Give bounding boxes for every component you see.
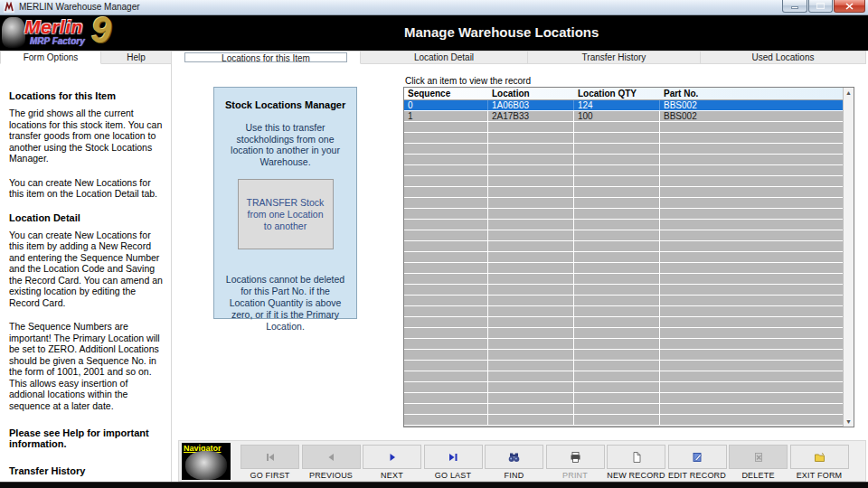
table-row-empty[interactable]: [404, 198, 843, 209]
find-binoculars-icon: [507, 451, 521, 464]
help-paragraph: The Sequence Numbers are important! The …: [9, 321, 163, 411]
table-row-empty[interactable]: [404, 415, 843, 426]
close-button[interactable]: [834, 0, 865, 13]
next-icon: [386, 451, 399, 464]
close-icon: [845, 3, 854, 10]
tab-transfer-history[interactable]: Transfer History: [528, 51, 701, 64]
header-band: Merlin MRP Factory 9 Manage Warehouse Lo…: [0, 15, 868, 51]
new-record-button[interactable]: [607, 445, 665, 469]
tab-location-detail[interactable]: Location Detail: [361, 51, 528, 64]
find-button[interactable]: [485, 445, 543, 469]
help-heading: Please see Help for important informatio…: [9, 427, 163, 449]
delete-icon: [752, 451, 765, 464]
table-row-empty[interactable]: [404, 155, 843, 165]
previous-icon: [325, 451, 337, 464]
help-paragraph: You can create New Locations for this it…: [9, 230, 163, 309]
table-row-selected[interactable]: 0 1A06B03 124 BBS002: [404, 100, 843, 111]
app-window: MERLIN Warehouse Manager Merlin MRP Fact…: [0, 0, 868, 488]
table-row-empty[interactable]: [404, 187, 843, 198]
column-header-location[interactable]: Location: [488, 88, 574, 99]
brand-name: Merlin: [24, 16, 83, 38]
navigator-bar: Navigator GO FIRST PREVIOUS: [178, 440, 866, 482]
maximize-button[interactable]: [808, 0, 833, 13]
table-row-empty[interactable]: [404, 296, 843, 306]
scroll-up-icon[interactable]: ▲: [844, 88, 854, 98]
table-row-empty[interactable]: [404, 252, 843, 263]
table-row-empty[interactable]: [404, 209, 843, 220]
table-row-empty[interactable]: [404, 404, 843, 415]
column-header-sequence[interactable]: Sequence: [404, 88, 488, 99]
grid-body: 0 1A06B03 124 BBS002 1 2A17B33 100 BBS00…: [404, 100, 843, 426]
exit-form-icon: [813, 451, 826, 464]
go-first-button[interactable]: [241, 445, 299, 469]
stock-manager-intro: Use this to transfer stockholdings from …: [222, 122, 349, 167]
navigator-wizard-image: [185, 451, 227, 480]
edit-record-button[interactable]: [668, 445, 727, 469]
help-heading: Location Detail: [9, 212, 163, 223]
next-button[interactable]: [363, 445, 421, 469]
grid-header-row: Sequence Location Location QTY Part No.: [404, 88, 843, 100]
merlin-wizard-logo-image: [2, 17, 25, 48]
scroll-down-icon[interactable]: ▼: [844, 417, 854, 427]
table-row-empty[interactable]: [404, 263, 843, 274]
table-row-empty[interactable]: [404, 144, 843, 155]
print-button[interactable]: [546, 445, 605, 469]
table-row-empty[interactable]: [404, 230, 843, 241]
table-row-empty[interactable]: [404, 382, 843, 393]
table-row-empty[interactable]: [404, 350, 843, 361]
minimize-button[interactable]: [782, 0, 807, 13]
column-header-part-no[interactable]: Part No.: [660, 88, 843, 99]
grid-scrollbar[interactable]: ▲ ▼: [843, 88, 854, 427]
table-row-empty[interactable]: [404, 339, 843, 350]
page-title: Manage Warehouse Locations: [404, 24, 599, 40]
brand-version: 9: [91, 10, 111, 51]
table-row-empty[interactable]: [404, 241, 843, 252]
help-paragraph: The grid shows all the current locations…: [9, 108, 163, 164]
brand-subtitle: MRP Factory: [30, 36, 85, 46]
edit-record-icon: [691, 451, 703, 464]
tab-help[interactable]: Help: [101, 51, 172, 64]
app-icon: [4, 2, 14, 13]
tab-bar: Form Options Help Locations for this Ite…: [0, 51, 866, 64]
help-text-panel: Locations for this Item The grid shows a…: [0, 64, 172, 482]
maximize-icon: [816, 3, 825, 9]
table-row-empty[interactable]: [404, 306, 843, 317]
exit-form-button[interactable]: [790, 445, 849, 469]
table-row-empty[interactable]: [404, 317, 843, 328]
locations-grid: Sequence Location Location QTY Part No. …: [403, 87, 854, 427]
table-row-empty[interactable]: [404, 122, 843, 133]
stock-locations-manager-panel: Stock Locations Manager Use this to tran…: [213, 87, 357, 319]
help-heading: Locations for this Item: [9, 90, 163, 101]
go-last-icon: [447, 451, 459, 464]
tab-used-locations[interactable]: Used Locations: [701, 51, 866, 64]
transfer-stock-button[interactable]: TRANSFER Stock from one Location to anot…: [238, 179, 334, 249]
print-icon: [569, 451, 582, 464]
table-row-empty[interactable]: [404, 133, 843, 144]
help-heading: Transfer History: [9, 465, 163, 476]
stock-manager-note: Locations cannot be deleted for this Par…: [223, 274, 347, 333]
grid-hint: Click an item to view the record: [405, 76, 531, 86]
minimize-icon: [791, 6, 798, 9]
table-row-empty[interactable]: [404, 328, 843, 339]
title-bar: MERLIN Warehouse Manager: [0, 0, 868, 15]
table-row-empty[interactable]: [404, 220, 843, 230]
delete-button[interactable]: [729, 445, 788, 469]
table-row-empty[interactable]: [404, 285, 843, 296]
column-header-location-qty[interactable]: Location QTY: [574, 88, 660, 99]
table-row-empty[interactable]: [404, 165, 843, 176]
table-row-empty[interactable]: [404, 361, 843, 371]
table-row-empty[interactable]: [404, 371, 843, 382]
go-last-button[interactable]: [424, 445, 483, 469]
tab-locations-for-this-item[interactable]: Locations for this Item: [172, 51, 361, 64]
tab-form-options[interactable]: Form Options: [0, 51, 101, 64]
navigator-image: Navigator: [182, 443, 231, 480]
table-row-empty[interactable]: [404, 393, 843, 404]
window-title: MERLIN Warehouse Manager: [19, 2, 140, 12]
stock-manager-title: Stock Locations Manager: [225, 99, 356, 110]
table-row-empty[interactable]: [404, 274, 843, 285]
previous-button[interactable]: [302, 445, 361, 469]
go-first-icon: [264, 451, 277, 464]
table-row-empty[interactable]: [404, 176, 843, 187]
table-row[interactable]: 1 2A17B33 100 BBS002: [404, 111, 843, 122]
new-record-icon: [630, 451, 643, 464]
